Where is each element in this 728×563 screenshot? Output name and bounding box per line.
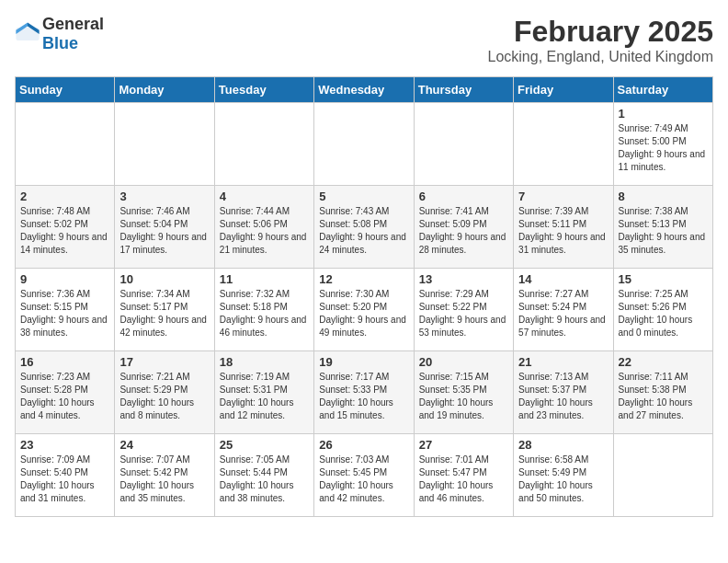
day-number: 10: [119, 272, 209, 286]
day-cell: 2Sunrise: 7:48 AM Sunset: 5:02 PM Daylig…: [16, 186, 115, 269]
day-cell: 18Sunrise: 7:19 AM Sunset: 5:31 PM Dayli…: [214, 351, 313, 434]
day-info: Sunrise: 7:05 AM Sunset: 5:44 PM Dayligh…: [220, 454, 309, 505]
month-year: February 2025: [488, 15, 714, 49]
day-cell: 6Sunrise: 7:41 AM Sunset: 5:09 PM Daylig…: [414, 186, 513, 269]
day-cell: 10Sunrise: 7:34 AM Sunset: 5:17 PM Dayli…: [115, 269, 214, 351]
day-info: Sunrise: 7:11 AM Sunset: 5:38 PM Dayligh…: [619, 371, 708, 422]
day-header-friday: Friday: [514, 77, 613, 103]
logo: General Blue: [15, 15, 104, 53]
logo-icon: [15, 21, 40, 47]
day-cell: [115, 103, 214, 186]
day-number: 19: [319, 355, 408, 369]
day-cell: 15Sunrise: 7:25 AM Sunset: 5:26 PM Dayli…: [613, 269, 712, 351]
day-info: Sunrise: 7:32 AM Sunset: 5:18 PM Dayligh…: [220, 288, 309, 339]
day-number: 5: [319, 190, 408, 203]
day-cell: [214, 103, 313, 186]
day-cell: 3Sunrise: 7:46 AM Sunset: 5:04 PM Daylig…: [115, 186, 214, 269]
day-info: Sunrise: 7:21 AM Sunset: 5:29 PM Dayligh…: [119, 371, 209, 422]
day-cell: 9Sunrise: 7:36 AM Sunset: 5:15 PM Daylig…: [16, 269, 115, 351]
day-number: 27: [419, 438, 508, 452]
day-cell: 11Sunrise: 7:32 AM Sunset: 5:18 PM Dayli…: [214, 269, 313, 351]
day-number: 23: [20, 438, 109, 452]
day-info: Sunrise: 7:29 AM Sunset: 5:22 PM Dayligh…: [419, 288, 508, 339]
day-number: 18: [220, 355, 309, 369]
day-info: Sunrise: 7:09 AM Sunset: 5:40 PM Dayligh…: [20, 454, 109, 505]
day-info: Sunrise: 7:19 AM Sunset: 5:31 PM Dayligh…: [220, 371, 309, 422]
day-info: Sunrise: 7:46 AM Sunset: 5:04 PM Dayligh…: [119, 205, 209, 257]
day-info: Sunrise: 7:25 AM Sunset: 5:26 PM Dayligh…: [619, 288, 708, 339]
day-info: Sunrise: 7:07 AM Sunset: 5:42 PM Dayligh…: [119, 454, 209, 505]
day-number: 28: [518, 438, 608, 452]
day-cell: 16Sunrise: 7:23 AM Sunset: 5:28 PM Dayli…: [16, 351, 115, 434]
day-info: Sunrise: 7:15 AM Sunset: 5:35 PM Dayligh…: [419, 371, 508, 422]
day-number: 14: [518, 272, 608, 286]
day-number: 21: [518, 355, 608, 369]
header: General Blue February 2025 Locking, Engl…: [15, 15, 713, 65]
week-row-1: 1Sunrise: 7:49 AM Sunset: 5:00 PM Daylig…: [16, 103, 713, 186]
day-header-tuesday: Tuesday: [214, 77, 313, 103]
day-info: Sunrise: 7:38 AM Sunset: 5:13 PM Dayligh…: [619, 205, 708, 257]
day-number: 25: [220, 438, 309, 452]
day-info: Sunrise: 7:23 AM Sunset: 5:28 PM Dayligh…: [20, 371, 109, 422]
location: Locking, England, United Kingdom: [488, 49, 714, 65]
day-number: 20: [419, 355, 508, 369]
day-number: 9: [20, 272, 109, 286]
day-cell: 13Sunrise: 7:29 AM Sunset: 5:22 PM Dayli…: [414, 269, 513, 351]
day-cell: 1Sunrise: 7:49 AM Sunset: 5:00 PM Daylig…: [613, 103, 712, 186]
day-number: 22: [619, 355, 708, 369]
day-cell: 21Sunrise: 7:13 AM Sunset: 5:37 PM Dayli…: [514, 351, 613, 434]
week-row-5: 23Sunrise: 7:09 AM Sunset: 5:40 PM Dayli…: [16, 434, 713, 517]
day-number: 13: [419, 272, 508, 286]
day-header-saturday: Saturday: [613, 77, 712, 103]
day-cell: 8Sunrise: 7:38 AM Sunset: 5:13 PM Daylig…: [613, 186, 712, 269]
day-number: 7: [518, 190, 608, 203]
day-cell: 24Sunrise: 7:07 AM Sunset: 5:42 PM Dayli…: [115, 434, 214, 517]
day-info: Sunrise: 7:48 AM Sunset: 5:02 PM Dayligh…: [20, 205, 109, 257]
day-cell: 23Sunrise: 7:09 AM Sunset: 5:40 PM Dayli…: [16, 434, 115, 517]
day-cell: 7Sunrise: 7:39 AM Sunset: 5:11 PM Daylig…: [514, 186, 613, 269]
day-cell: 20Sunrise: 7:15 AM Sunset: 5:35 PM Dayli…: [414, 351, 513, 434]
logo-text-blue: Blue: [42, 34, 78, 52]
day-header-sunday: Sunday: [16, 77, 115, 103]
day-info: Sunrise: 7:17 AM Sunset: 5:33 PM Dayligh…: [319, 371, 408, 422]
week-row-2: 2Sunrise: 7:48 AM Sunset: 5:02 PM Daylig…: [16, 186, 713, 269]
week-row-4: 16Sunrise: 7:23 AM Sunset: 5:28 PM Dayli…: [16, 351, 713, 434]
day-number: 8: [619, 190, 708, 203]
day-cell: 17Sunrise: 7:21 AM Sunset: 5:29 PM Dayli…: [115, 351, 214, 434]
day-header-wednesday: Wednesday: [314, 77, 414, 103]
day-cell: [314, 103, 414, 186]
day-header-thursday: Thursday: [414, 77, 513, 103]
day-info: Sunrise: 7:36 AM Sunset: 5:15 PM Dayligh…: [20, 288, 109, 339]
day-cell: 19Sunrise: 7:17 AM Sunset: 5:33 PM Dayli…: [314, 351, 414, 434]
day-number: 2: [20, 190, 109, 203]
day-cell: 22Sunrise: 7:11 AM Sunset: 5:38 PM Dayli…: [613, 351, 712, 434]
day-number: 6: [419, 190, 508, 203]
day-number: 16: [20, 355, 109, 369]
day-info: Sunrise: 7:27 AM Sunset: 5:24 PM Dayligh…: [518, 288, 608, 339]
day-info: Sunrise: 7:41 AM Sunset: 5:09 PM Dayligh…: [419, 205, 508, 257]
day-cell: [514, 103, 613, 186]
day-info: Sunrise: 7:43 AM Sunset: 5:08 PM Dayligh…: [319, 205, 408, 257]
day-cell: 12Sunrise: 7:30 AM Sunset: 5:20 PM Dayli…: [314, 269, 414, 351]
day-info: Sunrise: 6:58 AM Sunset: 5:49 PM Dayligh…: [518, 454, 608, 505]
day-cell: [16, 103, 115, 186]
day-number: 15: [619, 272, 708, 286]
day-cell: [613, 434, 712, 517]
day-headers-row: SundayMondayTuesdayWednesdayThursdayFrid…: [16, 77, 713, 103]
day-info: Sunrise: 7:49 AM Sunset: 5:00 PM Dayligh…: [619, 122, 708, 174]
day-number: 24: [119, 438, 209, 452]
day-info: Sunrise: 7:13 AM Sunset: 5:37 PM Dayligh…: [518, 371, 608, 422]
day-info: Sunrise: 7:39 AM Sunset: 5:11 PM Dayligh…: [518, 205, 608, 257]
week-row-3: 9Sunrise: 7:36 AM Sunset: 5:15 PM Daylig…: [16, 269, 713, 351]
day-number: 11: [220, 272, 309, 286]
day-cell: 25Sunrise: 7:05 AM Sunset: 5:44 PM Dayli…: [214, 434, 313, 517]
day-info: Sunrise: 7:03 AM Sunset: 5:45 PM Dayligh…: [319, 454, 408, 505]
day-header-monday: Monday: [115, 77, 214, 103]
day-number: 26: [319, 438, 408, 452]
day-cell: 28Sunrise: 6:58 AM Sunset: 5:49 PM Dayli…: [514, 434, 613, 517]
title-area: February 2025 Locking, England, United K…: [488, 15, 714, 65]
day-number: 12: [319, 272, 408, 286]
day-cell: 4Sunrise: 7:44 AM Sunset: 5:06 PM Daylig…: [214, 186, 313, 269]
day-info: Sunrise: 7:34 AM Sunset: 5:17 PM Dayligh…: [119, 288, 209, 339]
day-number: 3: [119, 190, 209, 203]
